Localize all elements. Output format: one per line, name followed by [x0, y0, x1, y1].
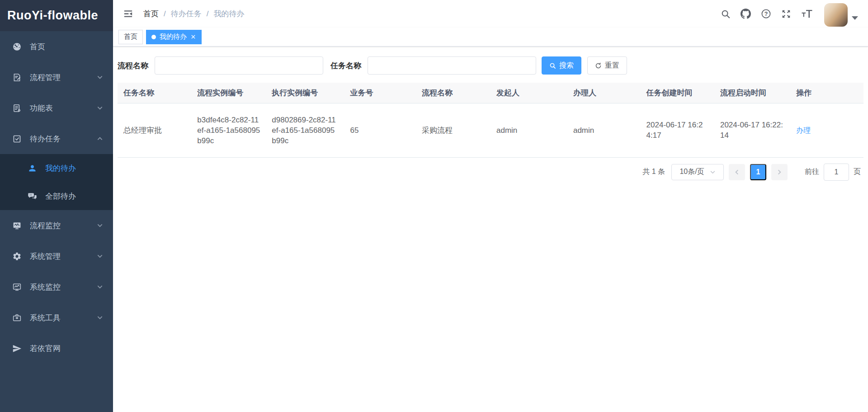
fullscreen-icon[interactable]	[776, 9, 796, 19]
gear-icon	[12, 251, 22, 261]
font-size-icon[interactable]	[796, 9, 818, 19]
sidebar-item-all-todo[interactable]: 全部待办	[0, 182, 113, 210]
sidebar-item-process-manage[interactable]: 流程管理	[0, 62, 113, 93]
page-number-button[interactable]: 1	[750, 164, 766, 180]
help-icon[interactable]: ?	[756, 9, 776, 19]
task-name-label: 任务名称	[330, 61, 361, 71]
sidebar-submenu-todo: 我的待办 全部待办	[0, 154, 113, 210]
sidebar-item-label: 流程管理	[30, 72, 61, 83]
cell-process-started: 2024-06-17 16:22:14	[714, 103, 790, 157]
svg-text:?: ?	[764, 11, 768, 17]
tab-home[interactable]: 首页	[118, 30, 143, 44]
breadcrumb-separator: /	[164, 9, 166, 19]
close-icon[interactable]	[190, 34, 196, 40]
cell-initiator: admin	[491, 103, 567, 157]
col-process-name: 流程名称	[416, 83, 491, 103]
breadcrumb: 首页 / 待办任务 / 我的待办	[143, 9, 244, 19]
app-logo[interactable]: RuoYi-flowable	[0, 0, 113, 31]
search-button[interactable]: 搜索	[542, 56, 581, 75]
tab-label: 首页	[124, 33, 137, 41]
col-process-started: 流程启动时间	[714, 83, 790, 103]
next-page-button[interactable]	[771, 164, 788, 180]
hamburger-icon[interactable]	[113, 9, 140, 19]
process-manage-icon	[12, 72, 22, 82]
chevron-down-icon	[97, 105, 103, 111]
prev-page-button[interactable]	[729, 164, 745, 180]
page-size-value: 10条/页	[679, 167, 704, 177]
search-icon[interactable]	[716, 9, 736, 19]
main-area: 首页 / 待办任务 / 我的待办 ?	[113, 0, 868, 412]
breadcrumb-my-todo: 我的待办	[213, 9, 244, 19]
sidebar-item-official-site[interactable]: 若依官网	[0, 333, 113, 364]
sidebar-item-home[interactable]: 首页	[0, 31, 113, 62]
sidebar-item-label: 首页	[30, 42, 45, 52]
sidebar-item-system-tools[interactable]: 系统工具	[0, 302, 113, 333]
page-content: 流程名称 任务名称 搜索 重置	[113, 47, 868, 412]
sidebar-item-label: 系统监控	[30, 282, 61, 292]
form-icon	[12, 103, 22, 113]
chevron-down-icon	[97, 253, 103, 259]
process-name-input[interactable]	[155, 56, 323, 75]
col-actions: 操作	[790, 83, 863, 103]
sidebar-item-label: 流程监控	[30, 220, 61, 231]
cell-business-no: 65	[344, 103, 416, 157]
col-task-created: 任务创建时间	[641, 83, 714, 103]
system-monitor-icon	[12, 282, 22, 292]
goto-page-input[interactable]	[824, 164, 849, 181]
cell-process-instance-id: b3dfe4c8-2c82-11ef-a165-1a568095b99c	[191, 103, 266, 157]
cell-assignee: admin	[567, 103, 641, 157]
sidebar-item-system-monitor[interactable]: 系统监控	[0, 272, 113, 302]
sidebar-item-todo-tasks[interactable]: 待办任务	[0, 123, 113, 154]
col-process-instance-id: 流程实例编号	[191, 83, 266, 103]
col-assignee: 办理人	[567, 83, 641, 103]
app-logo-text: RuoYi-flowable	[7, 9, 98, 23]
chevron-down-icon	[97, 222, 103, 229]
table-row: 总经理审批 b3dfe4c8-2c82-11ef-a165-1a568095b9…	[118, 103, 863, 157]
sidebar-item-process-monitor[interactable]: 流程监控	[0, 210, 113, 241]
caret-down-icon	[852, 16, 858, 20]
github-icon[interactable]	[736, 9, 756, 19]
user-icon	[27, 163, 37, 173]
chats-icon	[27, 191, 37, 201]
cell-task-name: 总经理审批	[118, 103, 191, 157]
handle-task-link[interactable]: 办理	[796, 126, 811, 134]
avatar[interactable]	[824, 3, 848, 27]
chevron-down-icon	[97, 74, 103, 80]
search-form: 流程名称 任务名称 搜索 重置	[118, 56, 863, 75]
process-monitor-icon	[12, 220, 22, 230]
todo-table: 任务名称 流程实例编号 执行实例编号 业务号 流程名称 发起人 办理人 任务创建…	[118, 83, 863, 158]
reset-button[interactable]: 重置	[587, 56, 627, 75]
sidebar: RuoYi-flowable 首页 流程管理	[0, 0, 113, 412]
sidebar-item-function-table[interactable]: 功能表	[0, 93, 113, 123]
cell-process-name: 采购流程	[416, 103, 491, 157]
task-name-input[interactable]	[368, 56, 536, 75]
page-size-select[interactable]: 10条/页	[671, 164, 724, 180]
user-menu[interactable]	[824, 1, 858, 27]
active-dot	[151, 35, 156, 39]
sidebar-item-label: 功能表	[30, 103, 53, 113]
breadcrumb-home[interactable]: 首页	[143, 9, 159, 19]
process-name-label: 流程名称	[118, 61, 148, 71]
chevron-down-icon	[97, 314, 103, 321]
sidebar-item-system-manage[interactable]: 系统管理	[0, 241, 113, 272]
toolbox-icon	[12, 313, 22, 323]
tags-view-bar: 首页 我的待办	[113, 28, 868, 47]
tab-label: 我的待办	[160, 33, 187, 41]
chevron-up-icon	[97, 136, 103, 142]
chevron-down-icon	[710, 169, 716, 175]
sidebar-item-label: 系统管理	[30, 251, 61, 262]
sidebar-item-label: 我的待办	[45, 163, 76, 173]
page-unit-label: 页	[854, 167, 861, 177]
refresh-icon	[595, 62, 602, 69]
sidebar-menu: 首页 流程管理 功能表	[0, 31, 113, 412]
col-task-name: 任务名称	[118, 83, 191, 103]
tab-my-todo[interactable]: 我的待办	[146, 30, 202, 44]
dashboard-icon	[12, 42, 22, 52]
goto-label: 前往	[805, 167, 819, 177]
app-root: RuoYi-flowable 首页 流程管理	[0, 0, 868, 412]
sidebar-item-my-todo[interactable]: 我的待办	[0, 154, 113, 182]
cell-actions: 办理	[790, 103, 863, 157]
sidebar-item-label: 全部待办	[45, 191, 76, 201]
search-icon	[549, 62, 556, 69]
cell-execution-id: d9802869-2c82-11ef-a165-1a568095b99c	[266, 103, 344, 157]
